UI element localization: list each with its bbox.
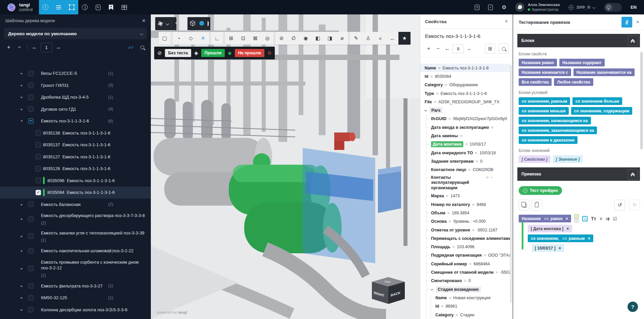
property-group-toggle[interactable]: Стадия возведения [426, 285, 510, 294]
navigation-cube[interactable]: RIGHT BACK TOP [372, 277, 405, 304]
tree-checkbox[interactable] [36, 178, 41, 183]
tree-row[interactable]: 8035126Емкость поз-3-1-1-3-1-6 [0, 163, 151, 175]
chevron-down-icon[interactable] [166, 22, 169, 25]
property-row[interactable]: File=ADSK_REEGIGROUP_ЗИФ_ТХ [420, 98, 510, 106]
filter-passed-chip[interactable]: Прошли [201, 49, 225, 57]
find-elements-icon[interactable] [582, 216, 588, 221]
condition-block-chip[interactable]: со значением, содержащим [571, 107, 632, 115]
property-row[interactable]: Name=Новая конструкция [431, 294, 510, 302]
blocked-icon[interactable]: ⊘ [267, 50, 272, 56]
tree-expand-icon[interactable]: ▾ [21, 119, 26, 123]
tree-row[interactable]: 8035096Емкость поз-3-1-1-3-1-6 [0, 175, 151, 187]
condition-block-chip[interactable]: со значением, заканчивающимся на [519, 126, 597, 134]
condition-block-chip[interactable]: со значением больше [572, 97, 622, 105]
bookmark-view-icon[interactable]: ★ [398, 32, 411, 45]
tree-row[interactable]: ▸Емкость балансная(2) [0, 199, 151, 211]
binding-section-header[interactable]: Привязка [517, 167, 640, 181]
tree-checkbox[interactable] [28, 248, 34, 254]
condition-block-chip[interactable]: со значением, начинающимся на [519, 117, 591, 124]
filter-no-test-chip[interactable]: Без теста [165, 49, 191, 57]
rule-condition-value-chip[interactable]: [ 10/03/17 ] × [532, 244, 564, 252]
tree-row[interactable]: 8035138Емкость поз-3-1-1-3-1-6 [0, 127, 151, 139]
property-block-chip[interactable]: Название содержит [559, 59, 605, 66]
redo-button[interactable]: ↻ [629, 200, 640, 210]
nav-checks-button[interactable]: ✎ [91, 0, 104, 14]
tree-checkbox[interactable] [36, 154, 41, 159]
nav-model-info-button[interactable]: ! [39, 0, 52, 14]
props-table-view-button[interactable]: ⊞ [485, 44, 495, 54]
list-view-icon[interactable]: ≡ [600, 216, 602, 221]
property-row[interactable]: Смещение от главной модели=-5502.1167 [426, 268, 510, 276]
collapse-all-button[interactable]: − [15, 43, 24, 52]
value-block-property-chip[interactable]: [ Свойство ] [519, 155, 551, 163]
tree-row[interactable]: ▸Грохот ГИЛ31(3) [0, 79, 151, 92]
tree-row[interactable]: ▸Дуговое сито ГД1(4) [0, 103, 151, 115]
tree-row[interactable]: 8035127Емкость поз-3-1-1-3-1-6 [0, 151, 151, 163]
tree-row[interactable]: ▸Емкость накопительная шламовая поз-3-2-… [0, 245, 151, 257]
tree-checkbox[interactable] [28, 307, 34, 312]
select-frame-icon[interactable]: ▢ [159, 32, 171, 45]
collapse-section-icon[interactable] [628, 169, 638, 179]
diamond-green-icon[interactable]: ◈ [228, 50, 232, 56]
props-collapse-button[interactable]: − [434, 44, 442, 53]
theme-toggle[interactable] [604, 3, 622, 12]
tree-expand-icon[interactable]: ▸ [21, 249, 26, 253]
nav-bookmarks-button[interactable]: ★ [104, 0, 118, 14]
hide-element-icon[interactable]: ⊘ [275, 32, 288, 45]
text-format-icon[interactable]: Тт [591, 216, 596, 221]
hexagon-tool-icon[interactable]: ◇ [185, 32, 197, 45]
tree-expand-icon[interactable]: ▸ [21, 202, 26, 207]
property-block-chip[interactable]: Название равно [519, 59, 557, 66]
tree-checkbox[interactable] [36, 166, 41, 171]
tree-page-input[interactable] [41, 43, 52, 52]
zoom-fit-icon[interactable]: ⊞ [225, 32, 237, 45]
tree-row[interactable]: ▾Емкость поз-3-1-1-3-1-6(6) [0, 115, 151, 127]
property-row[interactable]: Объем=169.3854 [426, 209, 510, 217]
property-block-chip[interactable]: Название заканчивается на [573, 68, 635, 76]
property-row[interactable]: Дата монтажа=10/03/17 [426, 140, 510, 149]
clear-selection-icon[interactable]: ⌀ [336, 32, 348, 45]
properties-close-button[interactable]: × [505, 18, 508, 24]
tree-search-button[interactable] [137, 43, 147, 52]
rule-state-badges[interactable]: ⚡~ [574, 214, 579, 223]
tree-row[interactable]: ▸Емкость закалки угля с теплоизоляцией п… [0, 228, 151, 245]
aperture-icon[interactable]: ✳ [197, 32, 209, 45]
tree-checkbox[interactable] [36, 190, 41, 195]
tree-checkbox[interactable] [28, 202, 34, 207]
tree-expand-icon[interactable]: ▸ [21, 234, 26, 238]
select-similar-icon[interactable]: ◨ [324, 32, 336, 45]
model-wireframe-button[interactable] [189, 20, 196, 28]
property-row[interactable]: Задание электрикам=0 [426, 157, 510, 165]
gauge-icon[interactable]: ◔ [173, 32, 185, 45]
tree-checkbox[interactable] [36, 142, 41, 148]
tree-checkbox[interactable] [28, 95, 34, 100]
language-switch[interactable]: EN [631, 5, 637, 10]
property-row[interactable]: Дата ввода в эксплуатацию= [426, 123, 510, 131]
share-view-icon[interactable]: < [374, 32, 386, 45]
copy-button[interactable] [519, 200, 529, 210]
filter-failed-chip[interactable]: Не прошли [235, 49, 264, 57]
expand-all-button[interactable]: + [4, 43, 13, 52]
measure-axes-icon[interactable]: ∟ [211, 32, 223, 45]
user-info[interactable]: Алла Землянская Администратор [528, 2, 560, 12]
undo-button[interactable]: ↺ [614, 200, 625, 210]
remove-icon[interactable]: × [566, 216, 568, 221]
property-row[interactable]: Отметка от уровня=-5502.1167 [426, 226, 510, 234]
help-button[interactable]: ? [628, 302, 638, 312]
tree-checkbox[interactable] [28, 295, 34, 301]
nav-tables-button[interactable] [118, 0, 131, 14]
focus-target-icon[interactable]: ◎ [261, 32, 273, 45]
tree-checkbox[interactable] [28, 233, 34, 239]
tree-row[interactable]: ▸Дробилка ЩД поз-3-4-5(1) [0, 91, 151, 103]
props-expand-button[interactable]: + [424, 44, 433, 53]
tree-row[interactable]: 8035084Емкость поз-3-1-1-3-1-6 [0, 187, 151, 199]
paint-element-icon[interactable]: ◧ [312, 32, 324, 45]
property-group-toggle[interactable]: Pars [420, 106, 510, 114]
tree-checkbox[interactable] [28, 83, 34, 88]
property-block-chip[interactable]: Любое свойство [554, 78, 593, 86]
phase-display-button[interactable] [208, 21, 208, 26]
first-person-icon[interactable]: ♙ [362, 32, 374, 45]
isolate-element-icon[interactable]: ◉ [300, 32, 312, 45]
tree-row[interactable]: ▸КМ50-32-125(1) [0, 292, 151, 304]
flow-view-icon[interactable]: ⇉ [606, 216, 610, 221]
